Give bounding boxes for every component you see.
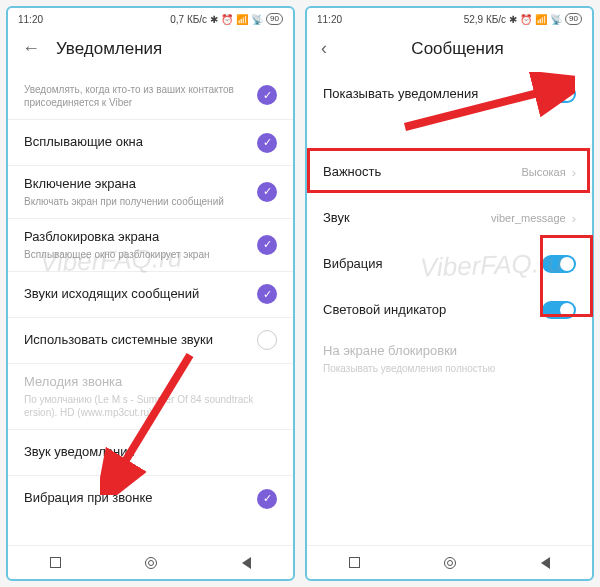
bluetooth-icon: ✱ (210, 14, 218, 25)
back-arrow-icon[interactable]: ‹ (321, 38, 337, 59)
row-label: Использовать системные звуки (24, 332, 249, 349)
phone-left: 11:20 0,7 КБ/с ✱ ⏰ 📶 📡 90 ← Уведомления … (6, 6, 295, 581)
row-value: viber_message (491, 212, 566, 224)
unchecked-icon[interactable] (257, 330, 277, 350)
row-show-notifications[interactable]: Показывать уведомления (307, 71, 592, 117)
bluetooth-icon: ✱ (509, 14, 517, 25)
row-lockscreen: На экране блокировки Показывать уведомле… (307, 333, 592, 385)
row-unlock[interactable]: Разблокировка экрана Всплывающее окно ра… (8, 219, 293, 272)
row-notification-sound[interactable]: Звук уведомления (8, 430, 293, 476)
settings-list: Показывать уведомления Важность Высокая … (307, 71, 592, 545)
battery-icon: 90 (266, 13, 283, 25)
row-label: Звуки исходящих сообщений (24, 286, 249, 303)
wifi-icon: 📡 (550, 14, 562, 25)
row-sub: Показывать уведомления полностью (323, 362, 568, 375)
check-icon[interactable]: ✓ (257, 85, 277, 105)
row-label: Вибрация при звонке (24, 490, 249, 507)
nav-back-icon[interactable] (541, 557, 550, 569)
check-icon[interactable]: ✓ (257, 235, 277, 255)
row-light-indicator[interactable]: Световой индикатор (307, 287, 592, 333)
toggle-switch[interactable] (542, 85, 576, 103)
row-sub: Уведомлять, когда кто-то из ваших контак… (24, 83, 249, 109)
signal-icon: 📶 (236, 14, 248, 25)
check-icon[interactable]: ✓ (257, 284, 277, 304)
chevron-right-icon: › (572, 211, 576, 226)
row-vibrate-call[interactable]: Вибрация при звонке ✓ (8, 476, 293, 522)
row-vibration[interactable]: Вибрация (307, 241, 592, 287)
page-title: Уведомления (56, 39, 162, 59)
settings-list: Уведомлять, когда кто-то из ваших контак… (8, 71, 293, 545)
status-net: 52,9 КБ/с (464, 14, 506, 25)
nav-recents-icon[interactable] (349, 557, 360, 568)
row-label: Включение экрана (24, 176, 249, 193)
alarm-icon: ⏰ (221, 14, 233, 25)
row-label: Световой индикатор (323, 302, 534, 319)
row-label: Показывать уведомления (323, 86, 534, 103)
back-arrow-icon[interactable]: ← (22, 38, 38, 59)
phone-right: 11:20 52,9 КБ/с ✱ ⏰ 📶 📡 90 ‹ Сообщения П… (305, 6, 594, 581)
row-sub: Включать экран при получении сообщений (24, 195, 249, 208)
header: ‹ Сообщения (307, 28, 592, 71)
nav-home-icon[interactable] (145, 557, 157, 569)
row-popup[interactable]: Всплывающие окна ✓ (8, 120, 293, 166)
row-contact-joined[interactable]: Уведомлять, когда кто-то из ваших контак… (8, 71, 293, 120)
row-label: Важность (323, 164, 514, 181)
check-icon[interactable]: ✓ (257, 182, 277, 202)
row-outgoing-sounds[interactable]: Звуки исходящих сообщений ✓ (8, 272, 293, 318)
row-label: Мелодия звонка (24, 374, 269, 391)
row-label: Разблокировка экрана (24, 229, 249, 246)
nav-bar (8, 545, 293, 579)
page-title: Сообщения (337, 39, 578, 59)
nav-recents-icon[interactable] (50, 557, 61, 568)
row-screen-on[interactable]: Включение экрана Включать экран при полу… (8, 166, 293, 219)
nav-home-icon[interactable] (444, 557, 456, 569)
row-ringtone: Мелодия звонка По умолчанию (Le M s - Su… (8, 364, 293, 429)
header: ← Уведомления (8, 28, 293, 71)
toggle-switch[interactable] (542, 255, 576, 273)
row-sub: По умолчанию (Le M s - Summer Of 84 soun… (24, 393, 269, 419)
toggle-switch[interactable] (542, 301, 576, 319)
nav-back-icon[interactable] (242, 557, 251, 569)
row-label: На экране блокировки (323, 343, 568, 360)
chevron-right-icon: › (572, 165, 576, 180)
nav-bar (307, 545, 592, 579)
wifi-icon: 📡 (251, 14, 263, 25)
row-importance[interactable]: Важность Высокая › (307, 149, 592, 195)
row-sound[interactable]: Звук viber_message › (307, 195, 592, 241)
status-bar: 11:20 52,9 КБ/с ✱ ⏰ 📶 📡 90 (307, 8, 592, 28)
status-time: 11:20 (317, 14, 342, 25)
row-value: Высокая (522, 166, 566, 178)
row-sub: Всплывающее окно разблокирует экран (24, 248, 249, 261)
alarm-icon: ⏰ (520, 14, 532, 25)
signal-icon: 📶 (535, 14, 547, 25)
check-icon[interactable]: ✓ (257, 489, 277, 509)
row-label: Вибрация (323, 256, 534, 273)
check-icon[interactable]: ✓ (257, 133, 277, 153)
row-system-sounds[interactable]: Использовать системные звуки (8, 318, 293, 364)
status-time: 11:20 (18, 14, 43, 25)
row-label: Звук уведомления (24, 444, 269, 461)
row-label: Звук (323, 210, 483, 227)
status-net: 0,7 КБ/с (170, 14, 207, 25)
status-bar: 11:20 0,7 КБ/с ✱ ⏰ 📶 📡 90 (8, 8, 293, 28)
battery-icon: 90 (565, 13, 582, 25)
row-label: Всплывающие окна (24, 134, 249, 151)
